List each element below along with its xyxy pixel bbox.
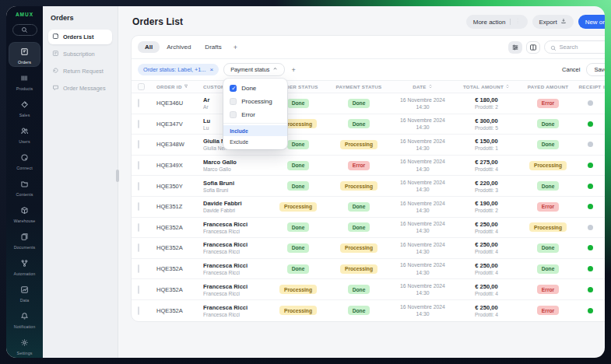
row-checkbox[interactable]	[138, 99, 139, 107]
tab-archived[interactable]: Archived	[160, 41, 198, 53]
tab-drafts[interactable]: Drafts	[198, 41, 228, 53]
header-invoice[interactable]: INVOICE	[603, 84, 605, 89]
rail-item-notification[interactable]: Notification	[9, 307, 40, 331]
row-checkbox[interactable]	[138, 161, 139, 170]
row-checkbox[interactable]	[138, 243, 139, 252]
row-checkbox[interactable]	[138, 120, 139, 128]
include-option[interactable]: Include	[223, 125, 287, 136]
table-row[interactable]: HQE351Z Davide Fabbri Davide Fabbri Proc…	[132, 197, 605, 218]
table-row[interactable]: HQE347V Lu Lu Processing Done 16 Novembr…	[132, 114, 605, 135]
header-receipt[interactable]: RECEIPT	[577, 84, 603, 89]
rail-item-warehouse[interactable]: Warehouse	[9, 201, 40, 225]
row-checkbox[interactable]	[138, 140, 139, 149]
row-checkbox[interactable]	[138, 202, 139, 211]
checkbox-done[interactable]	[230, 85, 237, 92]
order-time: 14:30	[416, 207, 429, 214]
rail-item-users[interactable]: Users	[9, 122, 40, 145]
rail-item-connect[interactable]: Connect	[9, 149, 40, 172]
rail-item-products[interactable]: Products	[9, 69, 40, 93]
row-checkbox[interactable]	[138, 264, 139, 273]
remove-filter-icon[interactable]: ×	[210, 66, 214, 73]
table-row[interactable]: HQE352A Francesca Ricci Francesca Ricci …	[132, 259, 605, 280]
row-checkbox[interactable]	[138, 223, 139, 232]
receipt-dot	[588, 142, 593, 147]
row-checkbox[interactable]	[138, 182, 139, 191]
rail-item-sales[interactable]: Sales	[9, 96, 40, 119]
order-id-cell: HQE348W	[156, 141, 203, 148]
receipt-dot	[588, 225, 593, 230]
funnel-icon	[184, 84, 188, 89]
orders-list-icon	[52, 33, 59, 41]
table-row[interactable]: HQE352A Francesca Ricci Francesca Ricci …	[132, 279, 605, 300]
rail-search-button[interactable]	[12, 24, 37, 36]
table-row[interactable]: HQE352A Francesca Ricci Francesca Ricci …	[132, 218, 605, 239]
table-row[interactable]: HQE352A Francesca Ricci Francesca Ricci …	[132, 300, 605, 321]
header-payed-amount[interactable]: PAYED AMOUNT	[519, 84, 577, 89]
tab-all[interactable]: All	[138, 41, 160, 53]
header-date[interactable]: DATE	[392, 84, 454, 89]
columns-button[interactable]	[526, 41, 540, 54]
rail-item-documents[interactable]: Documents	[9, 228, 40, 251]
rail-item-data[interactable]: Data	[9, 281, 40, 304]
payment-status-filter-chip[interactable]: Payment status	[223, 63, 285, 76]
sidebar-item-subscription[interactable]: Subscription	[48, 47, 112, 61]
table-row[interactable]: HQE348W Giulia Neri Giulia Neri Done Pro…	[132, 135, 605, 156]
receipt-dot	[588, 245, 593, 250]
exclude-option[interactable]: Exclude	[223, 136, 287, 147]
header-order-id[interactable]: ORDER ID	[156, 84, 203, 89]
table-row[interactable]: HQE346U Ar Ar Done Done 16 Novembre 2024…	[132, 93, 605, 114]
rail-item-contents[interactable]: Contents	[9, 175, 40, 198]
payment-status-badge: Processing	[340, 264, 377, 274]
order-status-filter-chip[interactable]: Order status: Label, +1... ×	[138, 64, 219, 75]
table-row[interactable]: HQE352A Francesca Ricci Francesca Ricci …	[132, 238, 605, 259]
checkbox-processing[interactable]	[230, 98, 237, 105]
save-as-button[interactable]: Save as	[586, 63, 605, 76]
order-status-badge: Processing	[279, 202, 317, 212]
products-count: Prodotti: 4	[475, 166, 498, 172]
cancel-button[interactable]: Cancel	[562, 66, 580, 73]
sidebar-item-order-messages[interactable]: Order Messages	[48, 81, 112, 96]
header-total-amount[interactable]: TOTAL AMOUNT	[454, 84, 519, 89]
filter-settings-button[interactable]	[508, 41, 522, 54]
checkbox-error[interactable]	[230, 111, 237, 118]
rail-item-settings[interactable]: Settings	[9, 334, 40, 357]
select-all-checkbox[interactable]	[138, 83, 145, 90]
rail-item-automation[interactable]: Automation	[9, 254, 40, 278]
add-filter-button[interactable]: +	[290, 66, 297, 74]
dropdown-option-processing[interactable]: Processing	[223, 95, 287, 108]
order-time: 14:30	[416, 145, 429, 152]
more-action-button[interactable]: More action	[466, 15, 528, 29]
search-input[interactable]	[560, 44, 605, 51]
order-time: 14:30	[416, 227, 429, 234]
order-id-cell: HQE349X	[156, 162, 203, 169]
order-time: 14:30	[416, 289, 429, 296]
table-row[interactable]: HQE349X Marco Gallo Marco Gallo Done Err…	[132, 156, 605, 177]
payed-amount-badge: Done	[537, 243, 560, 253]
order-date: 16 Novembre 2024	[400, 241, 445, 248]
rail-bottom: Notification Settings AN	[9, 307, 40, 358]
header-payment-status[interactable]: PAYMENT STATUS	[326, 84, 392, 89]
new-order-button[interactable]: New order	[578, 15, 605, 29]
order-date: 16 Novembre 2024	[400, 200, 445, 207]
sidebar-item-orders-list[interactable]: Orders List	[48, 30, 112, 44]
order-time: 14:30	[416, 166, 429, 173]
users-icon	[20, 124, 29, 138]
connect-icon	[20, 151, 29, 165]
table-row[interactable]: HQE350Y Sofia Bruni Sofia Bruni Done Pro…	[132, 176, 605, 197]
add-tab-button[interactable]: +	[229, 44, 242, 51]
receipt-dot	[588, 308, 593, 313]
row-checkbox[interactable]	[138, 306, 139, 315]
order-date: 16 Novembre 2024	[400, 303, 445, 310]
export-button[interactable]: Export	[532, 15, 574, 29]
order-date: 16 Novembre 2024	[400, 282, 445, 289]
order-time: 14:30	[416, 310, 429, 317]
sidebar-item-return-request[interactable]: Return Request	[48, 64, 112, 79]
total-amount: € 250,00	[475, 304, 498, 311]
order-id-cell: HQE352A	[156, 286, 203, 293]
rail-item-orders[interactable]: Orders	[9, 43, 40, 66]
dropdown-option-done[interactable]: Done	[223, 82, 287, 95]
order-date: 16 Novembre 2024	[400, 261, 445, 268]
row-checkbox[interactable]	[138, 285, 139, 294]
dropdown-option-error[interactable]: Error	[223, 108, 287, 121]
receipt-dot	[588, 100, 593, 106]
